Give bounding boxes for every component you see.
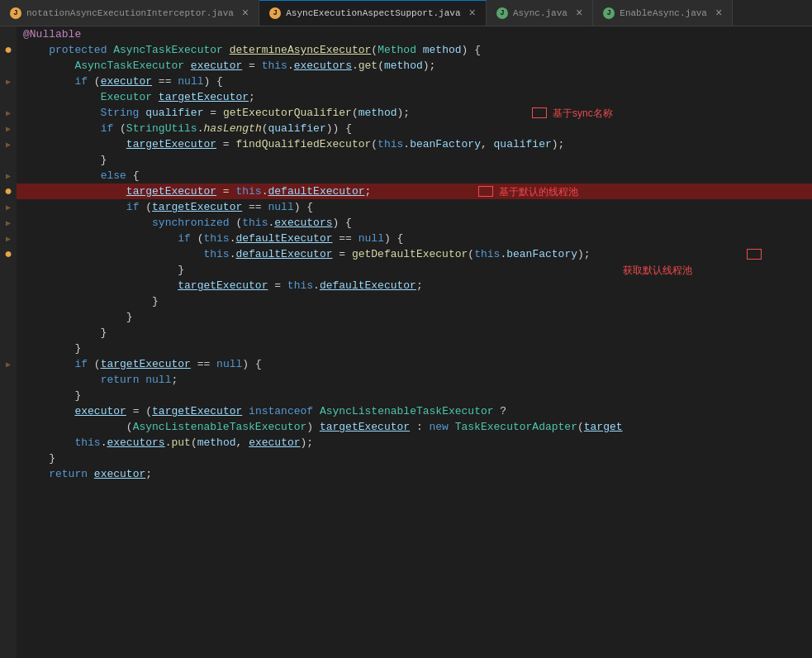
- code-line-3: AsyncTaskExecutor executor = this.execut…: [17, 58, 812, 74]
- tab-async-java[interactable]: J Async.java ×: [487, 0, 593, 26]
- tab-label-aspect: AsyncExecutionAspectSupport.java: [286, 8, 460, 18]
- tab-label-async: Async.java: [513, 8, 567, 18]
- code-line-15: this.defaultExecutor = getDefaultExecuto…: [17, 246, 812, 262]
- annotation-text-1: 基于sync名称: [553, 106, 613, 122]
- left-sidebar: ● ▶ ▶ ▶ ▶ ▶ ● ▶ ▶ ▶ ● ▶: [0, 26, 17, 658]
- tab-close-enable-async[interactable]: ×: [715, 7, 722, 19]
- code-line-6: String qualifier = getExecutorQualifier(…: [17, 105, 812, 121]
- code-line-2: protected AsyncTaskExecutor determineAsy…: [17, 42, 812, 58]
- tab-close-async[interactable]: ×: [576, 7, 582, 19]
- code-line-27: this.executors.put(method, executor);: [17, 435, 812, 451]
- tab-icon-aspect: J: [269, 7, 281, 19]
- tab-close-aspect[interactable]: ×: [468, 7, 475, 19]
- code-line-17: targetExecutor = this.defaultExecutor;: [17, 278, 812, 293]
- code-line-20: }: [17, 325, 812, 341]
- code-line-22: if (targetExecutor == null) {: [17, 356, 812, 372]
- code-line-1: @Nullable: [17, 26, 812, 42]
- code-line-11: targetExecutor = this.defaultExecutor; 基…: [17, 184, 812, 199]
- code-line-8: targetExecutor = findQualifiedExecutor(t…: [17, 136, 812, 152]
- code-line-18: }: [17, 293, 812, 309]
- code-line-23: return null;: [17, 372, 812, 388]
- code-line-29: return executor;: [17, 466, 812, 482]
- code-line-24: }: [17, 388, 812, 403]
- tab-label-enable-async: EnableAsync.java: [620, 8, 707, 18]
- code-line-25: executor = (targetExecutor instanceof As…: [17, 403, 812, 419]
- code-line-10: else {: [17, 168, 812, 184]
- code-line-28: }: [17, 451, 812, 466]
- tab-icon-enable-async: J: [603, 7, 615, 19]
- code-line-16: }: [17, 262, 812, 278]
- code-line-19: }: [17, 309, 812, 325]
- tab-async-aspect-support[interactable]: J AsyncExecutionAspectSupport.java ×: [259, 0, 487, 26]
- code-line-26: (AsyncListenableTaskExecutor) targetExec…: [17, 419, 812, 435]
- code-line-12: if (targetExecutor == null) {: [17, 199, 812, 215]
- code-content[interactable]: @Nullable protected AsyncTaskExecutor de…: [17, 26, 812, 658]
- tab-enable-async[interactable]: J EnableAsync.java ×: [593, 0, 733, 26]
- editor-container: ● ▶ ▶ ▶ ▶ ▶ ● ▶ ▶ ▶ ● ▶ @Nulla: [0, 26, 812, 658]
- tab-icon-interceptor: J: [10, 7, 21, 19]
- annotation-box-3: [747, 249, 762, 260]
- annotation-box-2: [478, 186, 493, 197]
- tab-label-interceptor: notationAsyncExecutionInterceptor.java: [26, 8, 234, 18]
- tab-close-interceptor[interactable]: ×: [242, 7, 249, 19]
- tab-icon-async: J: [496, 7, 508, 19]
- code-line-9: }: [17, 152, 812, 168]
- code-line-21: }: [17, 341, 812, 356]
- code-line-5: Executor targetExecutor;: [17, 89, 812, 105]
- code-line-4: if (executor == null) {: [17, 74, 812, 89]
- code-line-13: synchronized (this.executors) {: [17, 215, 812, 231]
- tab-bar: J notationAsyncExecutionInterceptor.java…: [0, 0, 812, 26]
- code-line-14: if (this.defaultExecutor == null) {: [17, 231, 812, 246]
- tab-annotation-interceptor[interactable]: J notationAsyncExecutionInterceptor.java…: [0, 0, 259, 26]
- annotation-text-2: 基于默认的线程池: [499, 184, 578, 200]
- annotation-box-1: [532, 107, 547, 118]
- code-line-7: if (StringUtils.hasLength(qualifier)) {: [17, 121, 812, 136]
